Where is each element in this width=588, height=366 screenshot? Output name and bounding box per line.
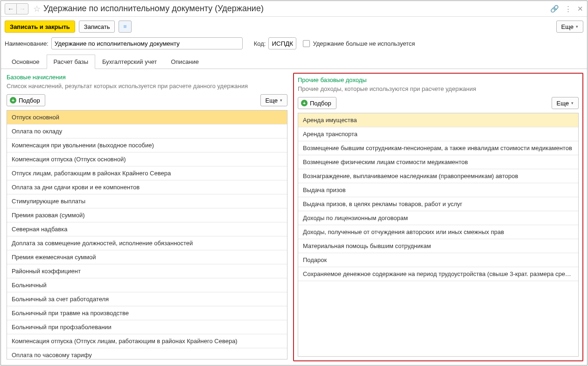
name-label: Наименование: xyxy=(5,40,49,47)
not-used-checkbox[interactable] xyxy=(303,40,310,47)
more-button[interactable]: Еще xyxy=(556,21,583,33)
left-panel-title: Базовые начисления xyxy=(5,73,289,82)
plus-icon: + xyxy=(301,100,308,106)
plus-icon: + xyxy=(10,97,16,104)
code-input[interactable] xyxy=(268,37,296,49)
link-icon[interactable]: 🔗 xyxy=(550,5,559,13)
right-list[interactable]: Аренда имуществаАренда транспортаВозмеще… xyxy=(298,113,579,357)
nav-back-button[interactable]: ← xyxy=(5,3,17,14)
tab-description[interactable]: Описание xyxy=(164,55,206,69)
list-item[interactable]: Сохраняемое денежное содержание на перио… xyxy=(298,267,578,281)
right-panel-title: Прочие базовые доходы xyxy=(296,76,581,84)
list-item[interactable]: Отпуск основной xyxy=(7,110,287,124)
list-item[interactable]: Доплата за совмещение должностей, исполн… xyxy=(7,236,287,250)
right-panel: Прочие базовые доходы Прочие доходы, кот… xyxy=(293,73,583,361)
right-add-label: Подбор xyxy=(310,100,331,107)
list-item[interactable]: Отпуск лицам, работающим в районах Крайн… xyxy=(7,166,287,180)
list-item[interactable]: Больничный при профзаболевании xyxy=(7,320,287,334)
list-item[interactable]: Доходы по лицензионным договорам xyxy=(298,211,578,225)
list-item[interactable]: Компенсация отпуска (Отпуск лицам, работ… xyxy=(7,334,287,348)
nav-forward-button[interactable]: → xyxy=(16,3,28,14)
right-more-button[interactable]: Еще xyxy=(552,97,579,109)
list-item[interactable]: Выдача призов xyxy=(298,183,578,197)
list-item[interactable]: Доходы, полученные от отчуждения авторск… xyxy=(298,225,578,239)
right-panel-subtitle: Прочие доходы, которые используются при … xyxy=(296,84,581,96)
tabs: Основное Расчет базы Бухгалтерский учет … xyxy=(1,54,587,69)
list-item[interactable]: Оплата за дни сдачи крови и ее компонент… xyxy=(7,180,287,194)
favorite-star-icon[interactable]: ☆ xyxy=(33,4,41,14)
list-item[interactable]: Больничный xyxy=(7,278,287,292)
list-item[interactable]: Северная надбавка xyxy=(7,222,287,236)
left-panel: Базовые начисления Список начислений, ре… xyxy=(5,73,289,361)
tab-accounting[interactable]: Бухгалтерский учет xyxy=(95,55,164,69)
list-item[interactable]: Вознаграждение, выплачиваемое наследника… xyxy=(298,169,578,183)
not-used-label: Удержание больше не используется xyxy=(313,40,415,47)
list-item[interactable]: Компенсация отпуска (Отпуск основной) xyxy=(7,152,287,166)
list-item[interactable]: Больничный за счет работодателя xyxy=(7,292,287,306)
kebab-menu-icon[interactable]: ⋮ xyxy=(565,5,572,13)
list-item[interactable]: Компенсация при увольнении (выходное пос… xyxy=(7,138,287,152)
list-view-button[interactable] xyxy=(119,21,132,33)
main-toolbar: Записать и закрыть Записать Еще xyxy=(1,17,587,36)
left-add-label: Подбор xyxy=(19,97,40,104)
list-item[interactable]: Возмещение физическим лицам стоимости ме… xyxy=(298,155,578,169)
close-icon[interactable]: ✕ xyxy=(577,5,583,13)
list-item[interactable]: Подарок xyxy=(298,253,578,267)
tab-base-calc[interactable]: Расчет базы xyxy=(47,55,96,69)
list-item[interactable]: Премия разовая (суммой) xyxy=(7,208,287,222)
list-item[interactable]: Районный коэффициент xyxy=(7,264,287,278)
list-item[interactable]: Выдача призов, в целях рекламы товаров, … xyxy=(298,197,578,211)
left-add-button[interactable]: + Подбор xyxy=(7,94,45,106)
right-add-button[interactable]: + Подбор xyxy=(298,97,336,109)
left-list[interactable]: Отпуск основнойОплата по окладуКомпенсац… xyxy=(7,110,287,359)
list-item[interactable]: Аренда имущества xyxy=(298,113,578,127)
form-row: Наименование: Код: Удержание больше не и… xyxy=(1,36,587,54)
tab-main[interactable]: Основное xyxy=(5,55,47,69)
main-window: ← → ☆ Удержание по исполнительному докум… xyxy=(0,0,588,366)
save-and-close-button[interactable]: Записать и закрыть xyxy=(5,21,75,33)
list-item[interactable]: Оплата по окладу xyxy=(7,124,287,138)
list-item[interactable]: Больничный при травме на производстве xyxy=(7,306,287,320)
name-input[interactable] xyxy=(51,37,243,49)
save-button[interactable]: Записать xyxy=(79,21,115,33)
list-icon xyxy=(124,23,126,30)
content-area: Базовые начисления Список начислений, ре… xyxy=(1,69,587,365)
left-panel-subtitle: Список начислений, результат которых исп… xyxy=(5,82,289,93)
titlebar: ← → ☆ Удержание по исполнительному докум… xyxy=(1,1,587,17)
window-title: Удержание по исполнительному документу (… xyxy=(43,4,550,14)
list-item[interactable]: Стимулирующие выплаты xyxy=(7,194,287,208)
list-item[interactable]: Премия ежемесячная суммой xyxy=(7,250,287,264)
list-item[interactable]: Аренда транспорта xyxy=(298,127,578,141)
list-item[interactable]: Возмещение бывшим сотрудникам-пенсионера… xyxy=(298,141,578,155)
left-more-button[interactable]: Еще xyxy=(260,94,287,106)
code-label: Код: xyxy=(254,40,266,47)
list-item[interactable]: Оплата по часовому тарифу xyxy=(7,348,287,359)
list-item[interactable]: Материальная помощь бывшим сотрудникам xyxy=(298,239,578,253)
